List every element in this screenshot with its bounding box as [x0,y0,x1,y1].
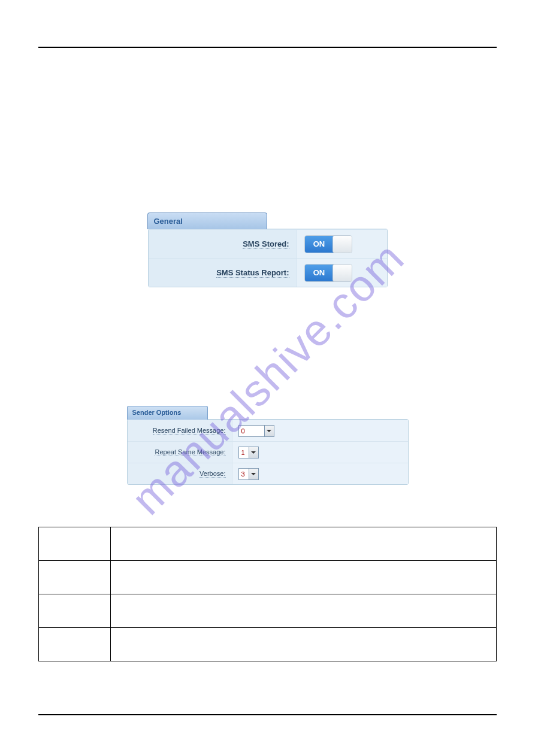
general-panel: General SMS Stored: ON SMS Status Report… [148,229,388,287]
ctrl-resend-failed-message: 0 [232,425,408,437]
row-resend-failed-message: Resend Failed Message: 0 [128,420,408,441]
select-verbose[interactable]: 3 [238,468,259,480]
label-verbose: Verbose: [128,463,232,484]
select-resend-failed-message[interactable]: 0 [238,425,274,437]
row-sms-stored: SMS Stored: ON [149,229,387,258]
chevron-down-icon [249,447,258,458]
select-resend-failed-message-value: 0 [239,427,264,435]
select-repeat-same-message[interactable]: 1 [238,447,259,459]
label-resend-failed-message: Resend Failed Message: [128,420,232,441]
ctrl-sms-stored: ON [297,235,387,253]
toggle-sms-status-report[interactable]: ON [304,264,352,282]
toggle-sms-status-report-label: ON [305,265,334,281]
cell [39,561,111,594]
label-sms-status-report: SMS Status Report: [149,259,297,287]
ctrl-sms-status-report: ON [297,264,387,282]
row-repeat-same-message: Repeat Same Message: 1 [128,441,408,463]
chevron-down-icon [264,426,274,436]
label-sms-stored: SMS Stored: [149,230,297,258]
table-row [39,561,497,594]
label-sms-status-report-text: SMS Status Report: [216,268,289,278]
table-row [39,628,497,661]
cell [39,594,111,628]
label-repeat-same-message-text: Repeat Same Message: [155,448,225,456]
cell [111,527,497,561]
toggle-sms-stored[interactable]: ON [304,235,352,253]
label-resend-failed-message-text: Resend Failed Message: [153,427,226,435]
page-rule-top [38,47,497,48]
table-row [39,594,497,628]
label-repeat-same-message: Repeat Same Message: [128,442,232,463]
cell [111,561,497,594]
row-verbose: Verbose: 3 [128,463,408,484]
sender-options-tab: Sender Options [127,406,208,420]
toggle-sms-status-report-knob [333,265,352,281]
ctrl-repeat-same-message: 1 [232,447,408,459]
row-sms-status-report: SMS Status Report: ON [149,258,387,287]
label-verbose-text: Verbose: [200,470,225,478]
cell [111,628,497,661]
general-tab: General [147,212,267,229]
select-repeat-same-message-value: 1 [239,449,249,456]
page-rule-bottom [38,714,497,715]
ctrl-verbose: 3 [232,468,408,480]
options-table [38,527,497,661]
select-verbose-value: 3 [239,470,249,478]
cell [111,594,497,628]
cell [39,628,111,661]
toggle-sms-stored-label: ON [305,236,334,253]
content-area: General SMS Stored: ON SMS Status Report… [38,49,497,661]
cell [39,527,111,561]
chevron-down-icon [249,469,258,479]
toggle-sms-stored-knob [333,236,352,253]
table-row [39,527,497,561]
sender-options-panel: Sender Options Resend Failed Message: 0 … [127,419,409,485]
label-sms-stored-text: SMS Stored: [243,239,289,249]
